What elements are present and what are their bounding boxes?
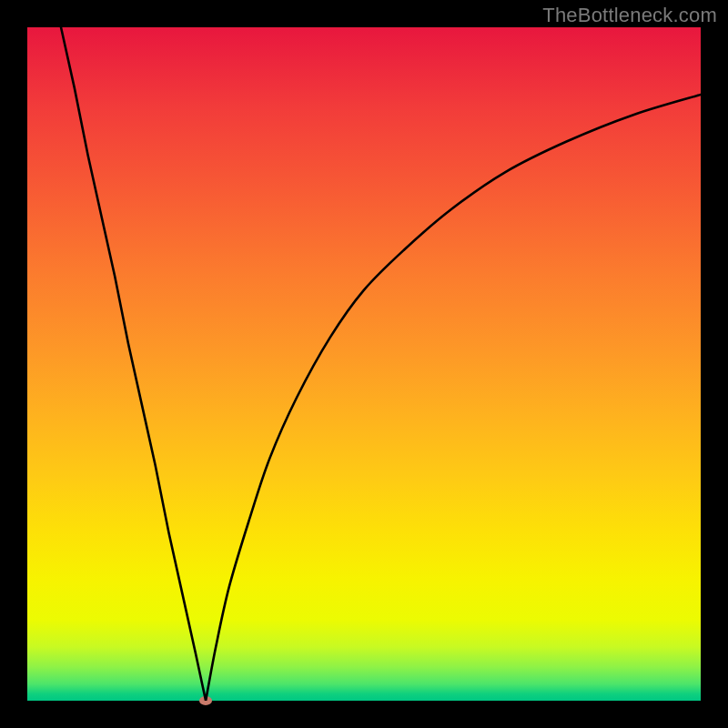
chart-frame: TheBottleneck.com <box>0 0 728 728</box>
watermark-text: TheBottleneck.com <box>542 4 717 27</box>
plot-area <box>27 27 701 701</box>
bottleneck-curve <box>27 27 701 701</box>
